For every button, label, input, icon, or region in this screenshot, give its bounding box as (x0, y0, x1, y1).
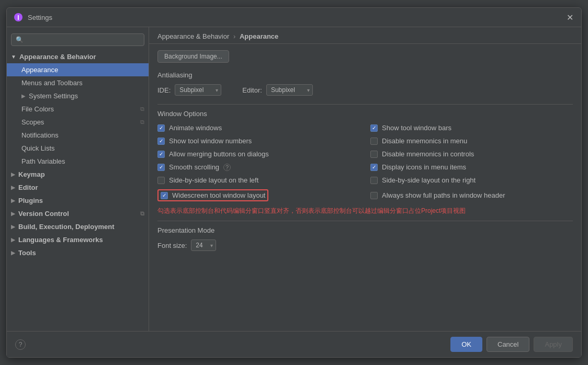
ok-button[interactable]: OK (450, 337, 482, 352)
sidebar-item-keymap[interactable]: ▶ Keymap (7, 168, 149, 181)
breadcrumb-separator: › (233, 32, 235, 40)
label-side-by-side-right: Side-by-side layout on the right (382, 176, 476, 184)
help-icon-smooth[interactable]: ? (223, 164, 231, 171)
checkbox-disable-mnemonics-controls: Disable mnemonics in controls (370, 150, 573, 158)
cb-side-by-side-left[interactable] (157, 177, 165, 184)
sidebar-label-appearance: Appearance (21, 66, 58, 74)
sidebar-item-scopes[interactable]: Scopes ⧉ (7, 116, 149, 129)
label-display-icons: Display icons in menu items (382, 163, 466, 171)
cancel-button[interactable]: Cancel (487, 337, 529, 352)
sidebar-item-version-control[interactable]: ▶ Version Control ⧉ (7, 207, 149, 220)
sidebar-item-quick-lists[interactable]: Quick Lists (7, 142, 149, 155)
label-show-tool-numbers: Show tool window numbers (169, 137, 252, 145)
checkbox-display-icons: ✓ Display icons in menu items (370, 163, 573, 171)
background-image-button[interactable]: Background Image... (157, 50, 229, 63)
options-grid: ✓ Animate windows ✓ Show tool window bar… (157, 124, 573, 201)
sidebar-label-notifications: Notifications (21, 131, 59, 139)
checkbox-side-by-side-left: Side-by-side layout on the left (157, 176, 360, 184)
arrow-icon-lang: ▶ (11, 237, 15, 243)
font-size-select[interactable]: 24 18 20 28 32 (191, 239, 216, 251)
arrow-icon-tools: ▶ (11, 250, 15, 256)
sidebar-label-file-colors: File Colors (21, 105, 54, 113)
cb-display-icons[interactable]: ✓ (370, 164, 378, 171)
ide-antialiasing-select[interactable]: Subpixel Greyscale None (175, 84, 221, 96)
sidebar-item-build[interactable]: ▶ Build, Execution, Deployment (7, 220, 149, 233)
bottom-bar: ? OK Cancel Apply (7, 331, 581, 357)
editor-select-wrapper: Subpixel Greyscale None ▾ (266, 84, 313, 96)
checkmark-tool-numbers: ✓ (159, 139, 163, 144)
search-input[interactable] (26, 36, 140, 43)
ide-field-group: IDE: Subpixel Greyscale None ▾ (157, 84, 221, 96)
window-options-label: Window Options (157, 110, 573, 118)
cb-side-by-side-right[interactable] (370, 177, 378, 184)
breadcrumb-current: Appearance (240, 32, 278, 40)
sidebar-item-path-variables[interactable]: Path Variables (7, 155, 149, 168)
cb-allow-merging[interactable]: ✓ (157, 151, 165, 158)
checkbox-smooth-scrolling: ✓ Smooth scrolling ? (157, 163, 360, 171)
checkbox-always-full-paths: Always show full paths in window header (370, 189, 573, 201)
cb-widescreen[interactable]: ✓ (161, 192, 168, 199)
chinese-hint: 勾选表示底部控制台和代码编辑分窗口竖直对齐，否则表示底部控制台可以越过编辑分窗口… (157, 207, 573, 215)
bottom-buttons: OK Cancel Apply (450, 337, 573, 352)
checkbox-disable-mnemonics-menu: Disable mnemonics in menu (370, 137, 573, 145)
sidebar-label-scopes: Scopes (21, 118, 44, 126)
antialiasing-label: Antialiasing (157, 71, 573, 79)
ide-label: IDE: (157, 86, 171, 94)
checkbox-animate-windows: ✓ Animate windows (157, 124, 360, 132)
sidebar-item-menus-toolbars[interactable]: Menus and Toolbars (7, 76, 149, 89)
font-size-label: Font size: (157, 242, 187, 249)
sidebar-item-editor[interactable]: ▶ Editor (7, 181, 149, 194)
sidebar-label-system: System Settings (29, 92, 78, 100)
title-bar-left: I Settings (13, 12, 52, 22)
panel-body: Background Image... Antialiasing IDE: Su… (149, 44, 581, 331)
checkbox-widescreen: ✓ Widescreen tool window layout (157, 189, 360, 201)
cb-disable-mnemonics-controls[interactable] (370, 151, 378, 158)
cb-animate-windows[interactable]: ✓ (157, 124, 165, 132)
app-icon: I (13, 12, 24, 22)
breadcrumb-parent: Appearance & Behavior (157, 32, 229, 40)
font-size-row: Font size: 24 18 20 28 32 ▾ (157, 239, 573, 251)
sidebar-label-keymap: Keymap (18, 170, 45, 178)
copy-icon-file-colors: ⧉ (140, 106, 144, 112)
checkbox-allow-merging: ✓ Allow merging buttons on dialogs (157, 150, 360, 158)
help-button[interactable]: ? (15, 339, 26, 350)
sidebar-item-notifications[interactable]: Notifications (7, 129, 149, 142)
copy-icon-vc: ⧉ (140, 210, 144, 217)
label-smooth-scrolling: Smooth scrolling (169, 163, 219, 171)
cb-disable-mnemonics-menu[interactable] (370, 138, 378, 145)
label-disable-mnemonics-menu: Disable mnemonics in menu (382, 137, 467, 145)
search-box: 🔍 (11, 33, 144, 46)
cb-always-full-paths[interactable] (370, 192, 378, 199)
dialog-title: Settings (28, 14, 52, 21)
sidebar-item-plugins[interactable]: ▶ Plugins (7, 194, 149, 207)
checkbox-side-by-side-right: Side-by-side layout on the right (370, 176, 573, 184)
cb-show-tool-numbers[interactable]: ✓ (157, 138, 165, 145)
close-button[interactable]: ✕ (564, 12, 575, 22)
sidebar-item-languages[interactable]: ▶ Languages & Frameworks (7, 233, 149, 246)
checkbox-show-tool-bars: ✓ Show tool window bars (370, 124, 573, 132)
svg-text:I: I (17, 14, 19, 21)
checkmark-tool-bars: ✓ (372, 126, 376, 131)
sidebar-item-file-colors[interactable]: File Colors ⧉ (7, 102, 149, 116)
editor-antialiasing-select[interactable]: Subpixel Greyscale None (266, 84, 313, 96)
main-content: 🔍 ▼ Appearance & Behavior Appearance Men… (7, 27, 581, 331)
cb-smooth-scrolling[interactable]: ✓ (157, 164, 165, 171)
sidebar-label-tools: Tools (18, 249, 36, 257)
checkmark-widescreen: ✓ (162, 193, 166, 198)
arrow-icon-plugins: ▶ (11, 198, 15, 203)
sidebar-item-tools[interactable]: ▶ Tools (7, 246, 149, 259)
cb-show-tool-bars[interactable]: ✓ (370, 124, 378, 132)
checkbox-show-tool-numbers: ✓ Show tool window numbers (157, 137, 360, 145)
sidebar-label-plugins: Plugins (18, 197, 43, 204)
apply-button[interactable]: Apply (534, 337, 573, 352)
sidebar-item-appearance-behavior[interactable]: ▼ Appearance & Behavior (7, 50, 149, 63)
sidebar-item-appearance[interactable]: Appearance (7, 63, 149, 76)
divider-2 (157, 221, 573, 221)
editor-field-group: Editor: Subpixel Greyscale None ▾ (242, 84, 313, 96)
sidebar-item-system-settings[interactable]: ▶ System Settings (7, 89, 149, 102)
arrow-icon: ▼ (11, 54, 16, 60)
sidebar: 🔍 ▼ Appearance & Behavior Appearance Men… (7, 27, 149, 331)
divider-1 (157, 104, 573, 105)
label-allow-merging: Allow merging buttons on dialogs (169, 150, 269, 158)
label-show-tool-bars: Show tool window bars (382, 124, 451, 132)
